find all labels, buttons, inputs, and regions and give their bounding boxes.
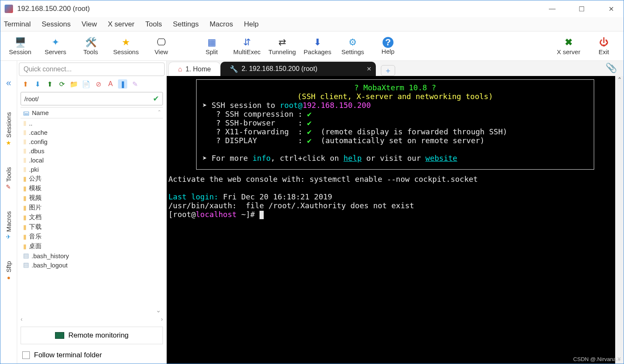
list-item[interactable]: ▮图片 (21, 203, 163, 212)
monitor-icon (55, 332, 64, 339)
file-name: 下载 (29, 223, 42, 231)
exit-icon: ⏻ (598, 37, 610, 48)
chevron-down-icon[interactable]: ⌄ (156, 306, 161, 314)
folder-icon: ▮ (23, 204, 26, 212)
tb-xserver[interactable]: ✖X server (552, 33, 585, 59)
remote-monitoring-button[interactable]: Remote monitoring (21, 327, 163, 344)
menu-view[interactable]: View (81, 20, 97, 29)
scroll-right-icon[interactable]: › (161, 316, 163, 322)
sidebar-vertical-tabs: « ★Sessions ✎Tools ✈Macros ●Sftp (0, 61, 17, 364)
list-item[interactable]: ▮.dbus (21, 146, 163, 155)
new-file-icon[interactable]: 📄 (81, 79, 91, 89)
wand-icon[interactable]: ✎ (130, 79, 139, 89)
vtab-macros[interactable]: ✈Macros (5, 211, 12, 240)
tb-servers[interactable]: ✦Servers (39, 33, 72, 59)
tabstrip: ⌂1. Home 🔧2. 192.168.150.200 (root)✕ ＋ (167, 61, 624, 76)
left-pane: Quick connect... ⬆ ⬇ ⬆ ⟳ 📁 📄 ⊘ A ❚ ✎ /ro… (17, 61, 167, 364)
file-name: .local (29, 157, 44, 164)
rename-icon[interactable]: A (106, 79, 115, 89)
file-name: 桌面 (29, 242, 42, 250)
file-name: .dbus (29, 147, 45, 155)
attach-icon[interactable]: 📎 (606, 63, 617, 73)
split-icon: ▦ (206, 37, 218, 48)
folder-icon: ▮ (23, 214, 26, 221)
tb-multiexec[interactable]: ⇵MultiExec (231, 33, 263, 59)
list-item[interactable]: ▮视频 (21, 193, 163, 203)
list-item[interactable]: ▮音乐 (21, 232, 163, 241)
menu-sessions[interactable]: Sessions (42, 20, 71, 29)
tb-sessions[interactable]: ★Sessions (110, 33, 142, 59)
vtab-sftp[interactable]: ●Sftp (5, 261, 12, 281)
tb-packages[interactable]: ⬇Packages (301, 33, 334, 59)
file-name: 视频 (29, 194, 42, 202)
vtab-sessions[interactable]: ★Sessions (5, 112, 12, 146)
refresh-icon[interactable]: ⟳ (57, 79, 66, 89)
menu-settings[interactable]: Settings (173, 20, 199, 29)
download-icon[interactable]: ⬇ (33, 79, 42, 89)
new-tab-button[interactable]: ＋ (381, 65, 395, 76)
settings-icon: ⚙ (347, 37, 359, 48)
list-item[interactable]: ▮.cache (21, 128, 163, 137)
file-name: .cache (29, 129, 47, 136)
list-item[interactable]: ▤.bash_logout (21, 260, 163, 270)
terminal[interactable]: ˄ ? MobaXterm 10.8 ? (SSH client, X-serv… (167, 76, 624, 364)
follow-terminal-checkbox[interactable]: Follow terminal folder (22, 351, 161, 359)
delete-icon[interactable]: ⊘ (94, 79, 103, 89)
tb-view[interactable]: 🖵View (145, 33, 178, 59)
tab-home[interactable]: ⌂1. Home (168, 62, 220, 76)
menu-terminal[interactable]: Terminal (4, 20, 31, 29)
vtab-tools[interactable]: ✎Tools (5, 167, 12, 190)
tb-tools[interactable]: 🛠️Tools (74, 33, 107, 59)
window-title: 192.168.150.200 (root) (17, 5, 90, 13)
up-dir-icon[interactable]: ⬆ (21, 79, 30, 89)
list-item[interactable]: ▮.config (21, 137, 163, 146)
list-item[interactable]: ▤.bash_history (21, 251, 163, 260)
tab-ssh[interactable]: 🔧2. 192.168.150.200 (root)✕ (220, 62, 376, 76)
chevron-up-icon[interactable]: ˆ (158, 109, 160, 116)
list-item[interactable]: ▮公共 (21, 174, 163, 183)
checkbox-icon[interactable] (22, 351, 30, 359)
tb-session[interactable]: 🖥️Session (4, 33, 37, 59)
tools-icon: 🛠️ (85, 37, 97, 48)
packages-icon: ⬇ (312, 37, 323, 48)
folder-icon: ▮ (23, 147, 26, 155)
h-scroll[interactable]: ‹› (21, 316, 163, 322)
scroll-left-icon[interactable]: ‹ (21, 316, 23, 322)
quick-connect-input[interactable]: Quick connect... (19, 63, 165, 76)
menu-help[interactable]: Help (244, 20, 259, 29)
menu-macros[interactable]: Macros (210, 20, 233, 29)
tb-settings[interactable]: ⚙Settings (336, 33, 369, 59)
list-item[interactable]: ▮下载 (21, 222, 163, 232)
new-folder-icon[interactable]: 📁 (69, 79, 79, 89)
scrollbar[interactable]: ˄ (615, 76, 624, 364)
file-name: .pki (29, 166, 39, 173)
list-item[interactable]: ▮.pki (21, 165, 163, 174)
minimize-button[interactable]: — (544, 3, 561, 15)
list-item[interactable]: ▮.. (21, 118, 163, 128)
list-item[interactable]: ▮.local (21, 155, 163, 165)
list-item[interactable]: ▮模板 (21, 183, 163, 193)
maximize-button[interactable]: ☐ (573, 3, 590, 15)
tunneling-icon: ⇄ (276, 37, 288, 48)
collapse-sidebar-icon[interactable]: « (6, 78, 11, 89)
list-item[interactable]: ▮文档 (21, 212, 163, 222)
help-icon: ? (383, 37, 393, 48)
menu-tools[interactable]: Tools (145, 20, 162, 29)
file-header[interactable]: 🖴Nameˆ (21, 107, 163, 118)
tb-exit[interactable]: ⏻Exit (587, 33, 620, 59)
close-tab-icon[interactable]: ✕ (367, 65, 372, 72)
scroll-up-icon[interactable]: ˄ (615, 76, 624, 85)
tb-help[interactable]: ?Help (372, 33, 404, 59)
tb-split[interactable]: ▦Split (195, 33, 228, 59)
tb-tunneling[interactable]: ⇄Tunneling (266, 33, 299, 59)
menu-xserver[interactable]: X server (108, 20, 134, 29)
xserver-icon: ✖ (563, 37, 574, 48)
close-button[interactable]: ✕ (603, 3, 619, 15)
home-icon: ⌂ (178, 65, 182, 73)
folder-icon: ▮ (23, 185, 26, 192)
path-input[interactable]: /root/✔ (21, 92, 163, 105)
upload-icon[interactable]: ⬆ (45, 79, 54, 89)
bookmark-icon[interactable]: ❚ (118, 79, 127, 89)
folder-icon: ▮ (23, 165, 26, 173)
list-item[interactable]: ▮桌面 (21, 241, 163, 251)
